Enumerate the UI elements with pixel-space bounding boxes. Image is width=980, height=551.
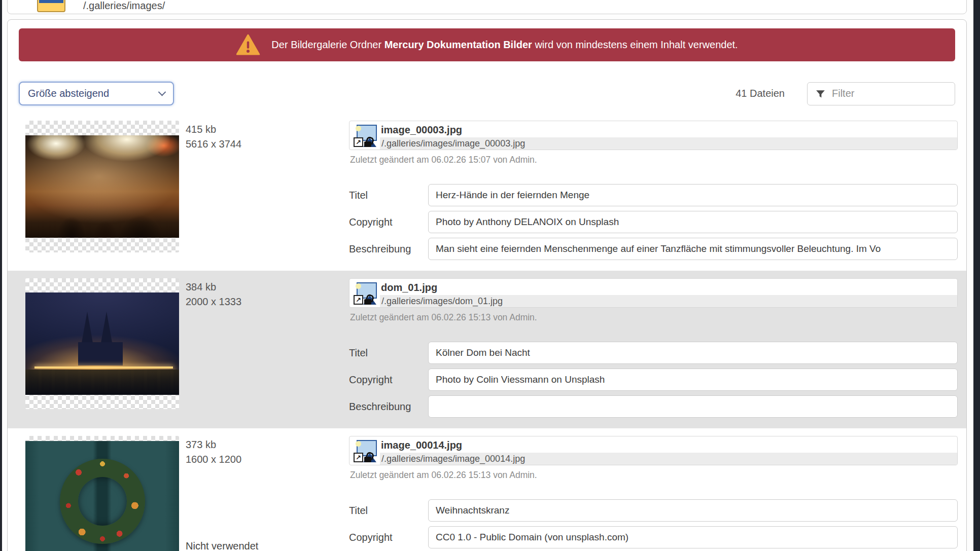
- title-input[interactable]: [428, 342, 958, 364]
- description-input[interactable]: [428, 395, 958, 418]
- last-modified: Zuletzt geändert am 06.02.26 15:07 von A…: [350, 155, 958, 165]
- export-arrow-icon: ↗: [354, 137, 363, 147]
- concert-crowd-photo: [25, 135, 179, 238]
- description-label: Beschreibung: [349, 401, 428, 413]
- filter-icon: [815, 89, 826, 99]
- file-link[interactable]: ↗ image_00014.jpg /.galleries/images/ima…: [349, 436, 958, 465]
- copyright-input[interactable]: [428, 211, 958, 233]
- image-resource-icon: ↗: [354, 281, 377, 305]
- warning-triangle-icon: [236, 33, 260, 57]
- gallery-folder-bar[interactable]: /.galleries/images/: [7, 0, 967, 14]
- title-label: Titel: [349, 347, 428, 359]
- filter-input[interactable]: [807, 82, 955, 105]
- image-dimensions: 1600 x 1200: [186, 452, 349, 467]
- file-link[interactable]: ↗ image_00003.jpg /.galleries/images/ima…: [349, 121, 958, 150]
- description-input[interactable]: [428, 238, 958, 260]
- last-modified: Zuletzt geändert am 06.02.26 15:13 von A…: [350, 470, 958, 481]
- title-label: Titel: [349, 505, 428, 517]
- window-edge-left: [0, 0, 2, 551]
- sort-order-value: Größe absteigend: [28, 88, 109, 99]
- copyright-label: Copyright: [349, 532, 428, 543]
- folder-icon: [37, 0, 65, 12]
- image-list: 415 kb 5616 x 3744 ↗ image_00003.jpg /.g…: [8, 113, 966, 551]
- copyright-label: Copyright: [349, 216, 428, 228]
- copyright-label: Copyright: [349, 374, 428, 386]
- file-path: /.galleries/images/image_00003.jpg: [380, 137, 957, 150]
- image-dimensions: 2000 x 1333: [186, 295, 349, 309]
- file-size: 384 kb: [186, 280, 349, 295]
- image-dimensions: 5616 x 3744: [186, 137, 349, 152]
- list-controls: Größe absteigend 41 Dateien: [19, 82, 955, 105]
- cologne-cathedral-night-photo: [25, 292, 179, 395]
- image-thumbnail[interactable]: [25, 278, 179, 409]
- file-count-label: 41 Dateien: [736, 88, 785, 99]
- image-thumbnail[interactable]: [25, 436, 179, 551]
- description-label: Beschreibung: [349, 243, 428, 255]
- export-arrow-icon: ↗: [354, 295, 363, 305]
- last-modified: Zuletzt geändert am 06.02.26 15:13 von A…: [350, 312, 958, 323]
- gallery-folder-name: Mercury Dokumentation Bilder: [384, 39, 532, 50]
- gallery-optimize-panel: Der Bildergalerie Ordner Mercury Dokumen…: [7, 19, 967, 551]
- christmas-wreath-photo: [25, 441, 179, 551]
- image-resource-icon: ↗: [354, 124, 377, 147]
- copyright-input[interactable]: [428, 369, 958, 391]
- export-arrow-icon: ↗: [354, 453, 363, 462]
- image-resource-icon: ↗: [354, 439, 377, 462]
- not-used-label: Nicht verwendet: [186, 540, 349, 551]
- image-row: 415 kb 5616 x 3744 ↗ image_00003.jpg /.g…: [8, 113, 966, 271]
- title-label: Titel: [349, 190, 428, 201]
- file-path: /.galleries/images/dom_01.jpg: [380, 295, 957, 307]
- in-use-warning-banner: Der Bildergalerie Ordner Mercury Dokumen…: [19, 28, 955, 61]
- unlocked-padlock-icon: [364, 299, 371, 305]
- file-name: dom_01.jpg: [380, 279, 957, 295]
- unlocked-padlock-icon: [364, 457, 371, 462]
- title-input[interactable]: [428, 499, 958, 522]
- sort-order-select[interactable]: Größe absteigend: [19, 82, 174, 105]
- image-row: 373 kb 1600 x 1200 Nicht verwendet Lösch…: [8, 428, 966, 551]
- warning-text: Der Bildergalerie Ordner Mercury Dokumen…: [271, 39, 738, 51]
- file-size: 373 kb: [186, 437, 349, 452]
- breadcrumb: /.galleries/images/: [83, 0, 165, 12]
- file-path: /.galleries/images/image_00014.jpg: [380, 453, 957, 465]
- unlocked-padlock-icon: [364, 141, 371, 147]
- chevron-down-icon: [158, 88, 166, 96]
- file-name: image_00014.jpg: [380, 436, 957, 453]
- title-input[interactable]: [428, 184, 958, 206]
- image-row: 384 kb 2000 x 1333 ↗ dom_01.jpg /.galler…: [8, 271, 966, 428]
- file-link[interactable]: ↗ dom_01.jpg /.galleries/images/dom_01.j…: [349, 278, 958, 308]
- file-name: image_00003.jpg: [380, 121, 957, 137]
- window-edge-right[interactable]: [973, 0, 980, 551]
- file-size: 415 kb: [186, 122, 349, 137]
- copyright-input[interactable]: [428, 526, 958, 548]
- image-thumbnail[interactable]: [25, 121, 179, 252]
